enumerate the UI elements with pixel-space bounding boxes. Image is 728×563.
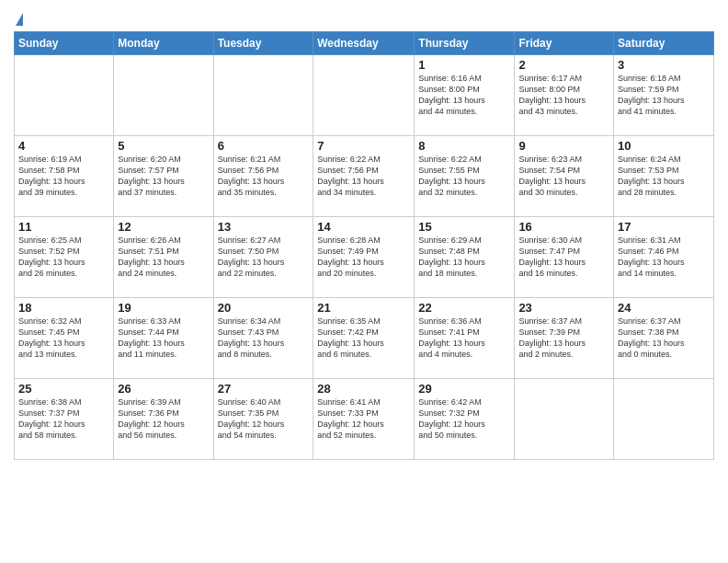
- day-number: 17: [618, 220, 710, 234]
- day-info: Sunrise: 6:37 AM Sunset: 7:38 PM Dayligh…: [618, 316, 710, 361]
- calendar-week-5: 25Sunrise: 6:38 AM Sunset: 7:37 PM Dayli…: [15, 379, 714, 460]
- calendar-cell: 8Sunrise: 6:22 AM Sunset: 7:55 PM Daylig…: [415, 136, 515, 217]
- day-number: 27: [218, 382, 310, 396]
- calendar-cell: 13Sunrise: 6:27 AM Sunset: 7:50 PM Dayli…: [213, 217, 313, 298]
- day-number: 5: [118, 139, 209, 153]
- logo: [14, 9, 23, 26]
- calendar-cell: 18Sunrise: 6:32 AM Sunset: 7:45 PM Dayli…: [15, 298, 114, 379]
- calendar-cell: 22Sunrise: 6:36 AM Sunset: 7:41 PM Dayli…: [415, 298, 515, 379]
- day-number: 18: [18, 301, 109, 315]
- day-info: Sunrise: 6:26 AM Sunset: 7:51 PM Dayligh…: [118, 235, 209, 280]
- calendar-cell: 2Sunrise: 6:17 AM Sunset: 8:00 PM Daylig…: [515, 55, 614, 136]
- calendar-cell: 16Sunrise: 6:30 AM Sunset: 7:47 PM Dayli…: [515, 217, 614, 298]
- day-info: Sunrise: 6:31 AM Sunset: 7:46 PM Dayligh…: [618, 235, 710, 280]
- calendar-cell: 11Sunrise: 6:25 AM Sunset: 7:52 PM Dayli…: [15, 217, 114, 298]
- day-info: Sunrise: 6:25 AM Sunset: 7:52 PM Dayligh…: [18, 235, 109, 280]
- calendar-cell: 9Sunrise: 6:23 AM Sunset: 7:54 PM Daylig…: [515, 136, 614, 217]
- day-number: 25: [18, 382, 109, 396]
- calendar-cell: 6Sunrise: 6:21 AM Sunset: 7:56 PM Daylig…: [213, 136, 313, 217]
- calendar-cell: 25Sunrise: 6:38 AM Sunset: 7:37 PM Dayli…: [15, 379, 114, 460]
- calendar-cell: 3Sunrise: 6:18 AM Sunset: 7:59 PM Daylig…: [614, 55, 714, 136]
- day-number: 19: [118, 301, 209, 315]
- calendar-cell: 24Sunrise: 6:37 AM Sunset: 7:38 PM Dayli…: [614, 298, 714, 379]
- day-info: Sunrise: 6:23 AM Sunset: 7:54 PM Dayligh…: [518, 154, 609, 199]
- day-number: 3: [618, 58, 710, 72]
- day-info: Sunrise: 6:32 AM Sunset: 7:45 PM Dayligh…: [18, 316, 109, 361]
- day-header-saturday: Saturday: [614, 32, 714, 55]
- day-info: Sunrise: 6:42 AM Sunset: 7:32 PM Dayligh…: [418, 396, 510, 442]
- day-info: Sunrise: 6:28 AM Sunset: 7:49 PM Dayligh…: [317, 235, 410, 280]
- calendar-table: SundayMondayTuesdayWednesdayThursdayFrid…: [14, 31, 714, 460]
- day-number: 15: [418, 220, 510, 234]
- day-header-monday: Monday: [114, 32, 213, 55]
- day-number: 14: [317, 220, 410, 234]
- day-info: Sunrise: 6:17 AM Sunset: 8:00 PM Dayligh…: [518, 73, 609, 118]
- day-info: Sunrise: 6:41 AM Sunset: 7:33 PM Dayligh…: [317, 396, 410, 442]
- day-info: Sunrise: 6:22 AM Sunset: 7:56 PM Dayligh…: [317, 154, 410, 199]
- day-number: 16: [518, 220, 609, 234]
- calendar-cell: 15Sunrise: 6:29 AM Sunset: 7:48 PM Dayli…: [415, 217, 515, 298]
- calendar-cell: 12Sunrise: 6:26 AM Sunset: 7:51 PM Dayli…: [114, 217, 213, 298]
- day-number: 1: [418, 58, 510, 72]
- day-number: 2: [518, 58, 609, 72]
- day-info: Sunrise: 6:21 AM Sunset: 7:56 PM Dayligh…: [218, 154, 310, 199]
- calendar-week-1: 1Sunrise: 6:16 AM Sunset: 8:00 PM Daylig…: [15, 55, 714, 136]
- day-number: 9: [518, 139, 609, 153]
- calendar-cell: 5Sunrise: 6:20 AM Sunset: 7:57 PM Daylig…: [114, 136, 213, 217]
- day-info: Sunrise: 6:39 AM Sunset: 7:36 PM Dayligh…: [118, 396, 209, 442]
- day-number: 4: [18, 139, 109, 153]
- calendar-cell: 21Sunrise: 6:35 AM Sunset: 7:42 PM Dayli…: [313, 298, 415, 379]
- day-info: Sunrise: 6:27 AM Sunset: 7:50 PM Dayligh…: [218, 235, 310, 280]
- day-info: Sunrise: 6:40 AM Sunset: 7:35 PM Dayligh…: [218, 396, 310, 442]
- calendar-cell: 4Sunrise: 6:19 AM Sunset: 7:58 PM Daylig…: [15, 136, 114, 217]
- calendar-cell: [15, 55, 114, 136]
- calendar-cell: 27Sunrise: 6:40 AM Sunset: 7:35 PM Dayli…: [213, 379, 313, 460]
- calendar-cell: [313, 55, 415, 136]
- day-number: 26: [118, 382, 209, 396]
- day-info: Sunrise: 6:34 AM Sunset: 7:43 PM Dayligh…: [218, 316, 310, 361]
- day-info: Sunrise: 6:16 AM Sunset: 8:00 PM Dayligh…: [418, 73, 510, 118]
- day-header-wednesday: Wednesday: [313, 32, 415, 55]
- calendar-week-2: 4Sunrise: 6:19 AM Sunset: 7:58 PM Daylig…: [15, 136, 714, 217]
- day-header-thursday: Thursday: [415, 32, 515, 55]
- calendar-cell: [213, 55, 313, 136]
- calendar-cell: 7Sunrise: 6:22 AM Sunset: 7:56 PM Daylig…: [313, 136, 415, 217]
- day-number: 12: [118, 220, 209, 234]
- day-info: Sunrise: 6:22 AM Sunset: 7:55 PM Dayligh…: [418, 154, 510, 199]
- day-number: 11: [18, 220, 109, 234]
- day-number: 7: [317, 139, 410, 153]
- day-info: Sunrise: 6:33 AM Sunset: 7:44 PM Dayligh…: [118, 316, 209, 361]
- day-number: 28: [317, 382, 410, 396]
- calendar-cell: 14Sunrise: 6:28 AM Sunset: 7:49 PM Dayli…: [313, 217, 415, 298]
- day-info: Sunrise: 6:18 AM Sunset: 7:59 PM Dayligh…: [618, 73, 710, 118]
- calendar-cell: [515, 379, 614, 460]
- calendar-header-row: SundayMondayTuesdayWednesdayThursdayFrid…: [15, 32, 714, 55]
- calendar-cell: [114, 55, 213, 136]
- day-info: Sunrise: 6:38 AM Sunset: 7:37 PM Dayligh…: [18, 396, 109, 442]
- calendar-cell: 19Sunrise: 6:33 AM Sunset: 7:44 PM Dayli…: [114, 298, 213, 379]
- day-number: 21: [317, 301, 410, 315]
- logo-triangle-icon: [16, 13, 23, 26]
- day-info: Sunrise: 6:35 AM Sunset: 7:42 PM Dayligh…: [317, 316, 410, 361]
- calendar-week-4: 18Sunrise: 6:32 AM Sunset: 7:45 PM Dayli…: [15, 298, 714, 379]
- day-number: 8: [418, 139, 510, 153]
- day-number: 22: [418, 301, 510, 315]
- day-info: Sunrise: 6:29 AM Sunset: 7:48 PM Dayligh…: [418, 235, 510, 280]
- header: [14, 9, 714, 26]
- calendar-cell: 17Sunrise: 6:31 AM Sunset: 7:46 PM Dayli…: [614, 217, 714, 298]
- calendar-cell: 23Sunrise: 6:37 AM Sunset: 7:39 PM Dayli…: [515, 298, 614, 379]
- day-info: Sunrise: 6:20 AM Sunset: 7:57 PM Dayligh…: [118, 154, 209, 199]
- day-number: 24: [618, 301, 710, 315]
- calendar-cell: 26Sunrise: 6:39 AM Sunset: 7:36 PM Dayli…: [114, 379, 213, 460]
- day-header-friday: Friday: [515, 32, 614, 55]
- day-info: Sunrise: 6:24 AM Sunset: 7:53 PM Dayligh…: [618, 154, 710, 199]
- calendar-cell: 20Sunrise: 6:34 AM Sunset: 7:43 PM Dayli…: [213, 298, 313, 379]
- day-number: 6: [218, 139, 310, 153]
- day-number: 20: [218, 301, 310, 315]
- day-info: Sunrise: 6:37 AM Sunset: 7:39 PM Dayligh…: [518, 316, 609, 361]
- day-info: Sunrise: 6:36 AM Sunset: 7:41 PM Dayligh…: [418, 316, 510, 361]
- calendar-cell: 29Sunrise: 6:42 AM Sunset: 7:32 PM Dayli…: [415, 379, 515, 460]
- calendar-week-3: 11Sunrise: 6:25 AM Sunset: 7:52 PM Dayli…: [15, 217, 714, 298]
- day-info: Sunrise: 6:19 AM Sunset: 7:58 PM Dayligh…: [18, 154, 109, 199]
- calendar-cell: [614, 379, 714, 460]
